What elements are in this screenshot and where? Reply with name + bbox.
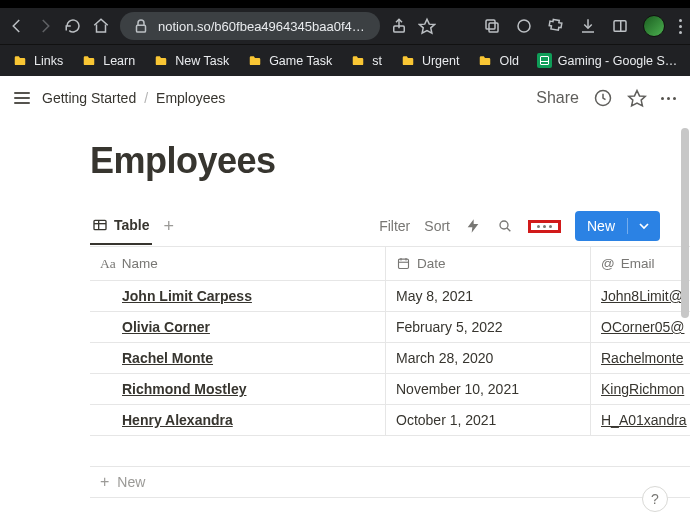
column-email[interactable]: @Email xyxy=(590,247,690,281)
automation-icon[interactable] xyxy=(464,217,482,235)
bookmark-links[interactable]: Links xyxy=(12,54,63,68)
svg-rect-10 xyxy=(94,220,106,229)
cell-date[interactable]: March 28, 2020 xyxy=(385,343,590,373)
help-button[interactable]: ? xyxy=(642,486,668,512)
cell-name[interactable]: Olivia Corner xyxy=(90,312,385,342)
page-more-button[interactable] xyxy=(661,97,676,100)
cell-date[interactable]: October 1, 2021 xyxy=(385,405,590,435)
page-title[interactable]: Employees xyxy=(90,140,690,182)
share-button[interactable]: Share xyxy=(536,89,579,107)
bookmark-star-icon[interactable] xyxy=(418,17,436,35)
bookmark-learn[interactable]: Learn xyxy=(81,54,135,68)
cell-date[interactable]: February 5, 2022 xyxy=(385,312,590,342)
svg-point-5 xyxy=(518,20,530,32)
cell-email[interactable]: H_A01xandra xyxy=(590,405,690,435)
svg-rect-3 xyxy=(486,20,495,29)
view-tab-table[interactable]: Table xyxy=(90,217,152,245)
database-table: AaName Date @Email John Limit Carpess Ma… xyxy=(90,246,690,498)
breadcrumb-sep: / xyxy=(144,90,148,106)
filter-button[interactable]: Filter xyxy=(379,218,410,234)
tab-strip[interactable] xyxy=(0,0,690,8)
cell-email[interactable]: John8Limit@ xyxy=(590,281,690,311)
bookmark-old[interactable]: Old xyxy=(477,54,518,68)
cell-name[interactable]: John Limit Carpess xyxy=(90,281,385,311)
updates-icon[interactable] xyxy=(593,88,613,108)
chrome-menu-button[interactable] xyxy=(679,19,682,34)
db-more-button[interactable] xyxy=(528,220,561,233)
bookmark-urgent[interactable]: Urgent xyxy=(400,54,460,68)
breadcrumb: Getting Started / Employees xyxy=(42,90,225,106)
svg-rect-0 xyxy=(137,25,146,32)
bookmark-new-task[interactable]: New Task xyxy=(153,54,229,68)
sidebar-toggle[interactable] xyxy=(14,92,30,104)
new-row-button[interactable]: +New xyxy=(90,467,690,498)
profile-avatar[interactable] xyxy=(643,15,665,37)
cell-name[interactable]: Rachel Monte xyxy=(90,343,385,373)
cell-name[interactable]: Richmond Mostley xyxy=(90,374,385,404)
column-name[interactable]: AaName xyxy=(90,247,385,281)
cell-date[interactable]: May 8, 2021 xyxy=(385,281,590,311)
add-view-button[interactable]: + xyxy=(164,217,175,235)
address-bar[interactable]: notion.so/b60fbea4964345baa0f4e… xyxy=(120,12,380,40)
favorite-icon[interactable] xyxy=(627,88,647,108)
database-toolbar: Table + Filter Sort New xyxy=(90,206,690,246)
cell-email[interactable]: KingRichmon xyxy=(590,374,690,404)
new-entry-button[interactable]: New xyxy=(575,211,660,241)
column-date[interactable]: Date xyxy=(385,247,590,281)
new-entry-dropdown[interactable] xyxy=(627,218,660,234)
bookmark-sheets[interactable]: Gaming - Google S… xyxy=(537,53,678,68)
plus-icon: + xyxy=(100,474,109,490)
extension-circle-icon[interactable] xyxy=(515,17,533,35)
svg-rect-4 xyxy=(489,23,498,32)
lock-icon xyxy=(132,17,150,35)
cell-date[interactable]: November 10, 2021 xyxy=(385,374,590,404)
panel-icon[interactable] xyxy=(611,17,629,35)
svg-marker-2 xyxy=(420,19,435,33)
table-icon xyxy=(92,217,108,233)
extensions-icon[interactable] xyxy=(547,17,565,35)
home-button[interactable] xyxy=(92,17,110,35)
browser-toolbar: notion.so/b60fbea4964345baa0f4e… xyxy=(0,8,690,44)
bookmark-game-task[interactable]: Game Task xyxy=(247,54,332,68)
breadcrumb-root[interactable]: Getting Started xyxy=(42,90,136,106)
at-icon: @ xyxy=(601,256,615,271)
search-icon[interactable] xyxy=(496,217,514,235)
bookmarks-bar: Links Learn New Task Game Task st Urgent… xyxy=(0,44,690,76)
table-row[interactable]: Henry Alexandra October 1, 2021 H_A01xan… xyxy=(90,405,690,436)
notion-topbar: Getting Started / Employees Share xyxy=(0,76,690,120)
sort-button[interactable]: Sort xyxy=(424,218,450,234)
svg-marker-13 xyxy=(468,219,479,232)
table-header: AaName Date @Email xyxy=(90,247,690,281)
svg-line-15 xyxy=(507,228,510,231)
reload-button[interactable] xyxy=(64,17,82,35)
cell-email[interactable]: Rachelmonte xyxy=(590,343,690,373)
calendar-icon xyxy=(396,256,411,271)
cell-name[interactable]: Henry Alexandra xyxy=(90,405,385,435)
back-button[interactable] xyxy=(8,17,26,35)
downloads-icon[interactable] xyxy=(579,17,597,35)
table-row[interactable]: John Limit Carpess May 8, 2021 John8Limi… xyxy=(90,281,690,312)
bookmark-st[interactable]: st xyxy=(350,54,382,68)
scrollbar-thumb[interactable] xyxy=(681,128,689,318)
svg-marker-9 xyxy=(629,91,646,106)
cell-email[interactable]: OCorner05@ xyxy=(590,312,690,342)
share-url-icon[interactable] xyxy=(390,17,408,35)
table-row[interactable]: Olivia Corner February 5, 2022 OCorner05… xyxy=(90,312,690,343)
url-text: notion.so/b60fbea4964345baa0f4e… xyxy=(158,19,368,34)
breadcrumb-current[interactable]: Employees xyxy=(156,90,225,106)
table-row[interactable]: Rachel Monte March 28, 2020 Rachelmonte xyxy=(90,343,690,374)
page-content: Employees Table + Filter Sort New xyxy=(0,120,690,518)
table-row[interactable]: Richmond Mostley November 10, 2021 KingR… xyxy=(90,374,690,405)
sheets-icon xyxy=(537,53,552,68)
svg-rect-16 xyxy=(399,259,409,268)
tab-groups-icon[interactable] xyxy=(483,17,501,35)
scrollbar[interactable] xyxy=(680,128,690,518)
forward-button[interactable] xyxy=(36,17,54,35)
svg-point-14 xyxy=(500,221,508,229)
empty-row[interactable] xyxy=(90,436,690,467)
